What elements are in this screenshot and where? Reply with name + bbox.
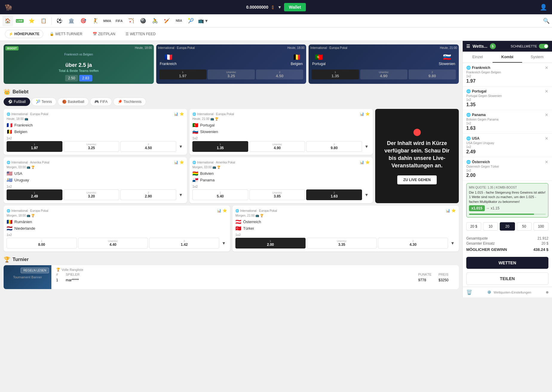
boost-odd-2[interactable]: 2.83 — [79, 75, 92, 81]
boost-odd-1[interactable]: 2.50 — [65, 75, 78, 81]
go-live-button[interactable]: ZU LIVE GEHEN — [397, 175, 437, 184]
rules-button[interactable]: REGELN LESEN — [21, 268, 49, 273]
full-list-button[interactable]: 🏆 Volle Rangliste — [56, 268, 456, 271]
fc2-odd-2[interactable]: 2 9.80 — [409, 70, 456, 79]
stake-20[interactable]: 20 — [500, 222, 515, 231]
mc5-odd-2[interactable]: 2 1.42 — [149, 238, 219, 249]
sport-nav-home[interactable]: 🏠 — [2, 16, 13, 26]
fc2-odd-x[interactable]: Unentsc 4.90 — [360, 70, 407, 79]
mc5-star-icon[interactable]: ⭐ — [223, 209, 227, 213]
mc4-more[interactable]: ▼ — [363, 192, 370, 198]
subnav-schedule[interactable]: 📅 ZEITPLAN — [89, 30, 119, 38]
subnav-highlights[interactable]: ⚡ HÖHEPUNKTE — [5, 30, 43, 38]
stake-20-dollar[interactable]: 20 $ — [466, 222, 481, 231]
tab-fussball[interactable]: ⚽ Fußball — [4, 98, 30, 106]
sport-nav-more[interactable]: 📺 ▾ — [197, 16, 208, 26]
bet-usa-close[interactable]: ✕ — [545, 136, 548, 141]
bet-panama-name: Panama — [472, 113, 486, 117]
fc1-odd-1[interactable]: 1 1.97 — [159, 70, 206, 79]
mc3-star-icon[interactable]: ⭐ — [180, 160, 184, 164]
stake-100[interactable]: 100 — [533, 222, 548, 231]
bet-austria-close[interactable]: ✕ — [545, 160, 548, 164]
search-icon[interactable]: 🔍 — [543, 18, 550, 24]
mc3-odd-x[interactable]: Unentsc 3.20 — [64, 189, 119, 200]
account-icon[interactable]: 👤 — [540, 4, 547, 11]
tab-tennis[interactable]: 🎾 Tennis — [31, 98, 56, 106]
mc4-star-icon[interactable]: ⭐ — [365, 160, 370, 164]
betslip-tab-einzel[interactable]: Einzel — [463, 52, 493, 63]
betslip-tab-kombi[interactable]: Kombi — [493, 52, 522, 63]
teilen-button[interactable]: TEILEN — [466, 272, 548, 285]
mc3-flag2: 🇺🇾 — [7, 177, 13, 183]
sport-nav-live[interactable]: LIVE — [14, 16, 25, 26]
mc6-odd-2[interactable]: 2 4.30 — [378, 238, 448, 249]
fc1-odd-x[interactable]: Unentsc 3.25 — [208, 70, 255, 79]
mc5-odd-1[interactable]: 1 8.00 — [7, 238, 77, 249]
mc3-odd-2[interactable]: 2 2.90 — [120, 189, 176, 200]
fc2-odd-1[interactable]: 1 1.35 — [312, 70, 359, 79]
bet-portugal-close[interactable]: ✕ — [545, 89, 548, 94]
mc2-odd-2[interactable]: 2 9.80 — [306, 141, 362, 152]
tab-tischtennis[interactable]: 🏓 Tischtennis — [113, 98, 146, 106]
mc3-more[interactable]: ▼ — [177, 192, 184, 198]
mc1-odd-1[interactable]: 1 1.97 — [7, 141, 62, 152]
mc6-odd-x[interactable]: Unentsc 3.35 — [307, 238, 377, 249]
mc2-team2: 🇸🇮 Slowenien — [192, 129, 370, 135]
mc3-odd-1[interactable]: 1 2.49 — [7, 189, 62, 200]
bet-panama-close[interactable]: ✕ — [545, 112, 548, 117]
mc5-odd-x[interactable]: Unentsc 4.40 — [78, 238, 148, 249]
subnav-tournament[interactable]: 🔒 WETT-TURNIER — [46, 30, 86, 38]
mc2-more[interactable]: ▼ — [363, 143, 370, 149]
mc2-star-icon[interactable]: ⭐ — [365, 112, 370, 116]
sport-nav-soccer[interactable]: ⚽ — [54, 16, 65, 26]
sport-nav-news[interactable]: 📋 — [38, 16, 49, 26]
mc1-odd-2[interactable]: 2 4.50 — [120, 141, 176, 152]
schnellwette-toggle[interactable] — [539, 44, 548, 49]
tab-basketball[interactable]: 🏀 Basketball — [58, 98, 89, 106]
sport-nav-tennis[interactable]: 🎾 — [185, 16, 196, 26]
fifa-tab-icon: 🎮 — [94, 100, 99, 104]
mc4-odd-x[interactable]: Unentsc 3.85 — [249, 189, 305, 200]
mc6-more[interactable]: ▼ — [449, 240, 456, 246]
subnav-feed[interactable]: ☰ WETTEN FEED — [122, 30, 160, 38]
bet-france-close[interactable]: ✕ — [545, 65, 548, 70]
mc1-more[interactable]: ▼ — [177, 143, 184, 149]
sport-nav-cricket[interactable]: 🏏 — [162, 16, 172, 26]
sport-nav-mma[interactable]: MMA — [102, 16, 113, 26]
mc6-odd-1[interactable]: 1 2.00 — [235, 238, 306, 249]
settings-area[interactable]: ⚙️ Wettquoten-Einstellungen — [487, 290, 531, 294]
mc1-star-icon[interactable]: ⭐ — [180, 112, 184, 116]
mc1-odd-x[interactable]: Unentsc 3.25 — [64, 141, 119, 152]
fc1-odd-2[interactable]: 2 4.50 — [256, 70, 303, 79]
sport-nav-handball[interactable]: 🤾 — [90, 16, 101, 26]
mc6-star-icon[interactable]: ⭐ — [451, 209, 456, 213]
boost-multiplier-btn[interactable]: x1.015 — [469, 205, 485, 211]
currency-dropdown[interactable]: ▼ — [277, 5, 282, 10]
betslip-tab-system[interactable]: System — [522, 52, 552, 63]
sport-nav-cycling[interactable]: 🚴 — [150, 16, 160, 26]
mc2-odd-x[interactable]: Unentsc 4.90 — [249, 141, 305, 152]
sport-nav-snooker[interactable]: 🎱 — [138, 16, 148, 26]
mc2-odd-1[interactable]: 1 1.35 — [192, 141, 248, 152]
stake-50[interactable]: 50 — [517, 222, 532, 231]
mc6-stats-icon[interactable]: 📊 — [446, 209, 450, 213]
wetten-button[interactable]: WETTEN — [466, 257, 548, 269]
delete-icon[interactable]: 🗑️ — [466, 289, 472, 295]
sport-nav-favorites[interactable]: ⭐ — [26, 16, 37, 26]
sport-nav-nba[interactable]: NBA — [174, 16, 184, 26]
mc5-stats-icon[interactable]: 📊 — [217, 209, 221, 213]
mc4-odd-1[interactable]: 1 5.40 — [192, 189, 248, 200]
sport-nav-special[interactable]: 🎯 — [78, 16, 89, 26]
mc4-stats-icon[interactable]: 📊 — [360, 160, 364, 164]
sport-nav-politics[interactable]: 🏛️ — [66, 16, 77, 26]
wallet-button[interactable]: Wallet — [284, 3, 306, 11]
mc3-stats-icon[interactable]: 📊 — [174, 160, 178, 164]
tab-fifa[interactable]: 🎮 FIFA — [90, 98, 112, 106]
stake-10[interactable]: 10 — [483, 222, 498, 231]
mc1-stats-icon[interactable]: 📊 — [174, 112, 178, 116]
mc4-odd-2[interactable]: 2 1.63 — [306, 189, 362, 200]
mc2-stats-icon[interactable]: 📊 — [360, 112, 364, 116]
sport-nav-archery[interactable]: 🏹 — [126, 16, 137, 26]
sport-nav-fifa[interactable]: FIFA — [114, 16, 125, 26]
mc5-more[interactable]: ▼ — [220, 240, 227, 246]
